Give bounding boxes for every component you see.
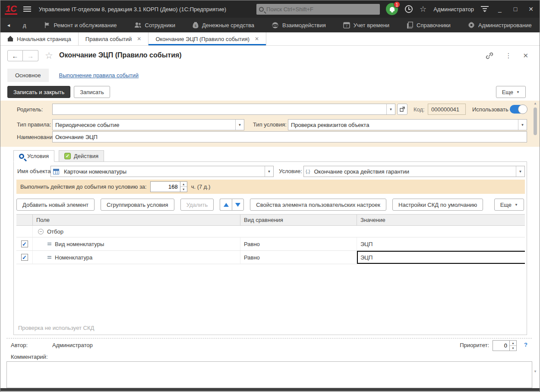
comment-field[interactable] — [6, 361, 532, 388]
chevron-down-icon[interactable]: ▼ — [386, 104, 395, 114]
scroll-up-icon[interactable]: ▲ — [532, 101, 538, 107]
value-cell[interactable]: ЭЦП — [360, 254, 373, 261]
save-button[interactable]: Записать — [74, 86, 110, 98]
chevron-down-icon[interactable]: ▼ — [265, 166, 273, 177]
open-parent-button[interactable] — [397, 104, 407, 115]
spin-down-icon[interactable]: ▼ — [180, 187, 187, 192]
notifications-button[interactable]: 1 — [386, 3, 398, 15]
link-icon[interactable] — [485, 51, 494, 60]
field-cell[interactable]: Номенклатура — [55, 254, 92, 261]
spin-up-icon[interactable]: ▲ — [180, 182, 187, 187]
column-field[interactable]: Поле — [33, 215, 240, 225]
table-row[interactable]: ✓ Вид номенклатуры Равно ЭЦП — [16, 237, 525, 251]
current-user[interactable]: Администратор — [433, 6, 474, 13]
table-row[interactable]: ✓ Номенклатура Равно ЭЦП — [16, 251, 525, 264]
flag-icon — [44, 22, 51, 28]
row-checkbox[interactable]: ✓ — [21, 254, 28, 261]
scrollbar-thumb[interactable] — [534, 107, 537, 135]
move-down-button[interactable] — [232, 199, 244, 211]
name-field[interactable] — [52, 131, 527, 142]
tab-conditions[interactable]: Условия — [13, 150, 54, 162]
add-element-button[interactable]: Добавить новый элемент — [16, 199, 95, 211]
vertical-scrollbar[interactable]: ▲ ▼ — [532, 101, 538, 387]
skd-default-settings-button[interactable]: Настройки СКД по умолчанию — [392, 199, 483, 211]
filter-item-icon — [47, 256, 51, 259]
spin-up-icon[interactable]: ▲ — [510, 341, 516, 346]
scroll-left-icon[interactable]: ◄ — [3, 23, 14, 28]
add-favorite-star-icon[interactable]: ☆ — [45, 51, 53, 61]
maximize-button[interactable]: □ — [511, 6, 520, 13]
hours-spinner[interactable]: ▲▼ — [180, 182, 187, 192]
object-name-input[interactable] — [61, 166, 265, 177]
search-input[interactable] — [266, 6, 377, 13]
name-input[interactable] — [53, 132, 527, 142]
field-cell[interactable]: Вид номенклатуры — [55, 241, 104, 247]
column-comparison[interactable]: Вид сравнения — [240, 215, 357, 225]
rule-type-input[interactable] — [53, 120, 235, 130]
chevron-down-icon[interactable]: ▼ — [516, 166, 524, 177]
minimize-button[interactable]: _ — [496, 6, 504, 13]
row-checkbox[interactable]: ✓ — [21, 240, 28, 247]
spin-down-icon[interactable]: ▼ — [510, 346, 516, 351]
nav-item-main[interactable]: Основное — [7, 69, 49, 82]
section-item-time[interactable]: 7 Учет времени — [335, 18, 398, 32]
more-commands-button[interactable]: Еще▼ — [496, 86, 526, 98]
condition-input[interactable] — [311, 166, 516, 177]
parent-input[interactable] — [53, 104, 386, 114]
close-tab-icon[interactable]: ✕ — [137, 36, 141, 42]
scroll-down-icon[interactable]: ▼ — [532, 369, 538, 375]
priority-help-link[interactable]: ? — [524, 341, 527, 348]
section-item-money[interactable]: $ Денежные средства — [184, 18, 263, 32]
column-value[interactable]: Значение — [357, 215, 525, 225]
close-tab-icon[interactable]: ✕ — [255, 36, 259, 42]
tab-home[interactable]: Начальная страница — [0, 32, 79, 45]
priority-field[interactable]: ▲▼ — [493, 340, 517, 351]
tab-event-rules[interactable]: Правила событий ✕ — [79, 32, 149, 45]
close-window-button[interactable]: ✕ — [527, 6, 535, 13]
close-form-icon[interactable]: ✕ — [523, 52, 528, 60]
section-item-truncated[interactable]: д — [14, 18, 35, 32]
group-conditions-button[interactable]: Сгруппировать условия — [101, 199, 174, 211]
value-cell[interactable]: ЭЦП — [360, 241, 373, 247]
condition-type-field[interactable]: ▼ — [288, 119, 527, 130]
section-item-employees[interactable]: Сотрудники — [126, 18, 184, 32]
tab-ecp-rule[interactable]: Окончание ЭЦП (Правило события) ✕ — [148, 32, 266, 45]
user-settings-props-button[interactable]: Свойства элемента пользовательских настр… — [250, 199, 386, 211]
collapse-icon[interactable]: − — [38, 229, 44, 234]
rule-type-field[interactable]: ▼ — [52, 119, 244, 130]
use-toggle[interactable] — [510, 105, 527, 114]
save-and-close-button[interactable]: Записать и закрыть — [7, 86, 70, 98]
conditions-more-button[interactable]: Еще▼ — [494, 199, 524, 211]
hours-field[interactable]: ▲▼ — [150, 181, 187, 192]
service-menu-icon[interactable] — [481, 6, 489, 12]
more-actions-icon[interactable]: ⋮ — [505, 52, 512, 60]
tab-actions[interactable]: ✓ Действия — [59, 150, 104, 162]
comparison-cell[interactable]: Равно — [244, 254, 260, 261]
condition-type-input[interactable] — [288, 120, 518, 130]
nav-forward-button[interactable]: → — [23, 50, 38, 61]
group-row-selection[interactable]: − Отбор — [16, 226, 525, 237]
move-up-button[interactable] — [220, 199, 232, 211]
global-search[interactable] — [256, 4, 380, 15]
hours-input[interactable] — [151, 182, 180, 192]
delete-button[interactable]: Удалить — [180, 199, 214, 211]
history-icon[interactable] — [405, 5, 413, 13]
chevron-down-icon[interactable]: ▼ — [235, 120, 244, 130]
nav-back-button[interactable]: ← — [7, 50, 23, 61]
main-menu-icon[interactable] — [23, 6, 31, 12]
nav-link-rule-execution[interactable]: Выполнение правила событий — [59, 72, 139, 79]
comment-input[interactable] — [7, 362, 532, 388]
parent-field[interactable]: ▼ — [52, 104, 395, 115]
comparison-cell[interactable]: Равно — [244, 241, 260, 247]
section-item-interactions[interactable]: Взаимодействия — [263, 18, 335, 32]
section-item-administration[interactable]: Администрирование — [459, 18, 540, 32]
priority-input[interactable] — [493, 341, 509, 351]
section-item-catalogs[interactable]: Справочники — [398, 18, 459, 32]
priority-spinner[interactable]: ▲▼ — [509, 341, 516, 351]
chevron-down-icon[interactable]: ▼ — [518, 120, 527, 130]
object-name-field[interactable]: ▼ — [51, 166, 274, 177]
favorites-icon[interactable]: ☆ — [420, 5, 426, 13]
table-header[interactable]: Поле Вид сравнения Значение — [16, 214, 525, 226]
condition-field[interactable]: {..} ▼ — [303, 166, 525, 177]
section-item-repair[interactable]: Ремонт и обслуживание — [35, 18, 126, 32]
